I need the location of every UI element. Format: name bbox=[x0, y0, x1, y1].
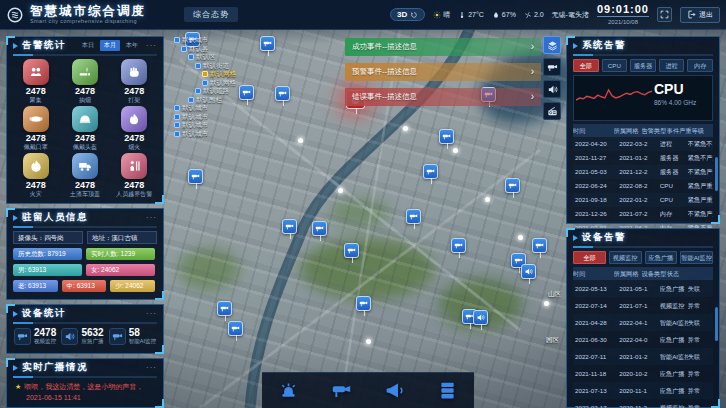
tree-item[interactable]: 默认网格 bbox=[172, 79, 236, 88]
alarm-stat-tile[interactable]: 2478 抽烟 bbox=[60, 57, 109, 104]
map-tool-button[interactable] bbox=[543, 36, 561, 54]
tree-item[interactable]: 默认街道 bbox=[172, 62, 236, 71]
alarm-stat-tile[interactable]: 2478 土渣车顶盖 bbox=[60, 151, 109, 198]
map-point-dot[interactable] bbox=[518, 235, 523, 240]
alarm-stat-tile[interactable]: 2478 烟火 bbox=[110, 104, 159, 151]
more-options-icon[interactable]: ··· bbox=[146, 309, 157, 318]
tree-item[interactable]: 默认城市 bbox=[172, 130, 236, 139]
exit-button[interactable]: 退出 bbox=[680, 7, 720, 23]
alarm-stat-tile[interactable]: 2478 佩戴口罩 bbox=[11, 104, 60, 151]
alarm-period-tab[interactable]: 本日 bbox=[78, 40, 98, 51]
map-point-dot[interactable] bbox=[298, 138, 303, 143]
map-camera-marker[interactable] bbox=[521, 264, 536, 279]
alarm-period-tab[interactable]: 本月 bbox=[100, 40, 120, 51]
table-row[interactable]: 2021-05-03 2021-12-2 服务器 不紧急严重 bbox=[573, 165, 713, 179]
map-camera-marker[interactable] bbox=[228, 321, 243, 336]
toolbar-icon-button[interactable] bbox=[435, 378, 461, 404]
mode-3d-toggle[interactable]: 3D bbox=[390, 8, 425, 21]
device-alarm-tab[interactable]: 全部 bbox=[573, 251, 606, 264]
chevron-right-icon[interactable]: › bbox=[531, 67, 534, 77]
tree-item[interactable]: 默认区 bbox=[172, 53, 236, 62]
alarm-stat-tile[interactable]: 2478 佩戴头盔 bbox=[60, 104, 109, 151]
map-tool-button[interactable] bbox=[543, 102, 561, 120]
map-camera-marker[interactable] bbox=[188, 169, 203, 184]
system-alarm-tab[interactable]: CPU bbox=[602, 59, 628, 72]
map-point-dot[interactable] bbox=[403, 126, 408, 131]
map-point-dot[interactable] bbox=[366, 339, 371, 344]
table-row[interactable]: 2022-04-20 2022-03-2 进程 不紧急不严重 bbox=[573, 137, 713, 151]
map-point-dot[interactable] bbox=[453, 148, 458, 153]
table-row[interactable]: 2021-04-28 2022-04-1 智能AI监控 失联 bbox=[573, 314, 713, 331]
alarm-stat-tile[interactable]: 2478 聚集 bbox=[11, 57, 60, 104]
alarm-period-tab[interactable]: 本年 bbox=[122, 40, 142, 51]
map-point-dot[interactable] bbox=[338, 188, 343, 193]
scrollbar[interactable] bbox=[715, 307, 718, 341]
toolbar-icon-button[interactable] bbox=[382, 378, 408, 404]
chevron-right-icon[interactable]: › bbox=[531, 42, 534, 52]
map-camera-marker[interactable] bbox=[312, 221, 327, 236]
address-selector[interactable]: 地址：溪口古镇 bbox=[87, 231, 157, 244]
map-camera-marker[interactable] bbox=[260, 36, 275, 51]
table-row[interactable]: 2022-06-24 2022-08-2 CPU 紧急严重 bbox=[573, 179, 713, 193]
alarm-stat-tile[interactable]: 2478 人员越界告警 bbox=[110, 151, 159, 198]
toolbar-icon-button[interactable] bbox=[276, 378, 302, 404]
map-camera-marker[interactable] bbox=[439, 129, 454, 144]
device-alarm-tab[interactable]: 智能AI监控 bbox=[680, 251, 713, 264]
chevron-right-icon[interactable]: › bbox=[531, 92, 534, 102]
device-alarm-tab[interactable]: 应急广播 bbox=[645, 251, 678, 264]
tree-item[interactable]: 默认县 bbox=[172, 45, 236, 54]
camera-selector[interactable]: 摄像头：四号岗 bbox=[13, 231, 83, 244]
tree-item[interactable]: 默认网格 bbox=[172, 70, 236, 79]
more-options-icon[interactable]: ··· bbox=[146, 213, 157, 222]
device-alarm-tab[interactable]: 视频监控 bbox=[609, 251, 642, 264]
alarm-stat-tile[interactable]: 2478 打架 bbox=[110, 57, 159, 104]
system-alarm-tab[interactable]: 进程 bbox=[659, 59, 685, 72]
event-toast[interactable]: 错误事件--描述信息 › bbox=[345, 88, 541, 106]
more-options-icon[interactable]: ··· bbox=[146, 41, 157, 50]
map-camera-marker[interactable] bbox=[217, 301, 232, 316]
system-alarm-tab[interactable]: 全部 bbox=[573, 59, 599, 72]
alarm-stat-tile[interactable]: 2478 火灾 bbox=[11, 151, 60, 198]
table-row[interactable]: 2022-05-13 2021-05-1 应急广播 失联 bbox=[573, 280, 713, 297]
tree-item[interactable]: 默认城市 bbox=[172, 36, 236, 45]
map-camera-marker[interactable] bbox=[473, 310, 488, 325]
device-stat[interactable]: 5632 应急广播 bbox=[61, 328, 103, 345]
event-toast[interactable]: 成功事件--描述信息 › bbox=[345, 38, 541, 56]
map-camera-marker[interactable] bbox=[423, 164, 438, 179]
table-row[interactable]: 2021-12-26 2021-07-2 内存 不紧急严重 bbox=[573, 207, 713, 221]
map-camera-marker[interactable] bbox=[282, 219, 297, 234]
table-row[interactable]: 2022-07-11 2021-01-2 智能AI监控 失联 bbox=[573, 348, 713, 365]
table-row[interactable]: 2021-11-18 2020-10-2 应急广播 异常 bbox=[573, 365, 713, 382]
fullscreen-button[interactable] bbox=[657, 7, 672, 22]
map-camera-marker[interactable] bbox=[451, 238, 466, 253]
table-row[interactable]: 2021-06-30 2022-04-0 应急广播 异常 bbox=[573, 331, 713, 348]
map-camera-marker[interactable] bbox=[356, 296, 371, 311]
map-camera-marker[interactable] bbox=[505, 178, 520, 193]
map-camera-marker[interactable] bbox=[344, 243, 359, 258]
map-point-dot[interactable] bbox=[544, 301, 549, 306]
tree-item[interactable]: 默认围栏 bbox=[172, 96, 236, 105]
table-row[interactable]: 2022-02-17 2020-11-2 视频监控 异常 bbox=[573, 399, 713, 408]
device-stat[interactable]: 2478 视频监控 bbox=[14, 328, 56, 345]
toolbar-icon-button[interactable] bbox=[329, 378, 355, 404]
map-tool-button[interactable] bbox=[543, 58, 561, 76]
table-row[interactable]: 2022-07-14 2021-07-1 视频监控 异常 bbox=[573, 297, 713, 314]
scrollbar[interactable] bbox=[715, 157, 718, 191]
table-row[interactable]: 2021-11-27 2021-01-2 服务器 紧急不严重 bbox=[573, 151, 713, 165]
map-tool-button[interactable] bbox=[543, 80, 561, 98]
system-alarm-tab[interactable]: 服务器 bbox=[630, 59, 656, 72]
event-toast[interactable]: 预警事件--描述信息 › bbox=[345, 63, 541, 81]
tree-item[interactable]: 默认城市 bbox=[172, 104, 236, 113]
table-row[interactable]: 2021-09-18 2022-01-2 CPU 紧急严重 bbox=[573, 193, 713, 207]
device-stat[interactable]: 58 智能AI监控 bbox=[109, 328, 156, 345]
map-camera-marker[interactable] bbox=[275, 86, 290, 101]
more-options-icon[interactable]: ··· bbox=[146, 363, 157, 372]
table-row[interactable]: 2021-07-13 2020-11-1 应急广播 异常 bbox=[573, 382, 713, 399]
map-point-dot[interactable] bbox=[485, 197, 490, 202]
map-camera-marker[interactable] bbox=[406, 209, 421, 224]
map-camera-marker[interactable] bbox=[239, 85, 254, 100]
tree-item[interactable]: 默认道路 bbox=[172, 87, 236, 96]
tree-item[interactable]: 默认城市 bbox=[172, 121, 236, 130]
map-camera-marker[interactable] bbox=[532, 238, 547, 253]
tab-overview[interactable]: 综合态势 bbox=[184, 7, 238, 22]
